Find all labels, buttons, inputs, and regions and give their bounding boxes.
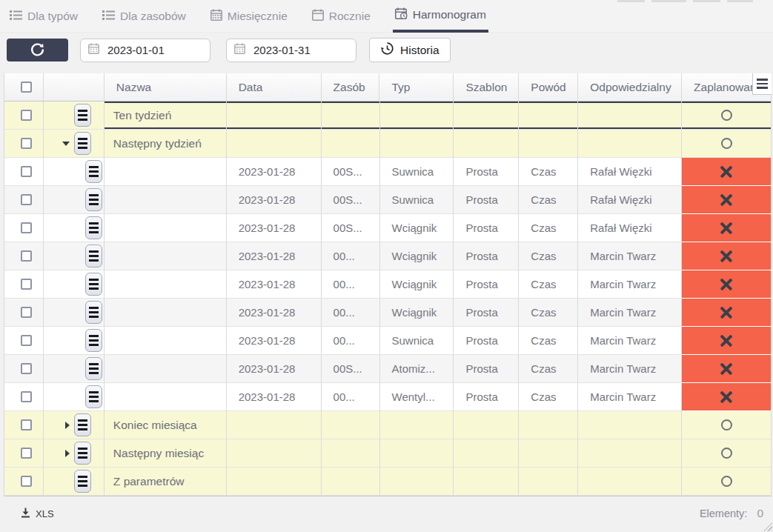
cell-nazwa [104, 158, 227, 186]
header-powod[interactable]: Powód [519, 73, 578, 102]
refresh-button[interactable] [7, 39, 68, 61]
hamburger-icon [89, 203, 99, 206]
cell-odpowiedzialny: Marcin Twarz [578, 242, 682, 270]
cell-zaplanowane [682, 270, 772, 299]
column-menu-button[interactable] [752, 73, 772, 95]
cancelled-x-icon [719, 362, 734, 376]
group-row[interactable]: Koniec miesiąca [4, 411, 772, 439]
cell-typ: Wciągnik [380, 242, 454, 270]
row-checkbox[interactable] [21, 307, 32, 318]
cell-typ: Wciągnik [380, 214, 454, 242]
row-menu-button[interactable] [85, 301, 102, 324]
hamburger-icon [89, 339, 99, 342]
stub-button[interactable] [693, 0, 720, 2]
data-row[interactable]: 2023-01-2800...SuwnicaProstaCzasMarcin T… [4, 327, 772, 355]
row-menu-button[interactable] [85, 216, 102, 239]
cell-odpowiedzialny: Rafał Więzki [578, 214, 682, 242]
cell-nazwa [104, 327, 227, 355]
row-select-cell [4, 383, 44, 411]
group-row[interactable]: Ten tydzień [4, 102, 772, 130]
not-planned-circle-icon [721, 138, 732, 149]
tab-dla-typow[interactable]: Dla typów [7, 0, 80, 33]
row-menu-button[interactable] [85, 188, 102, 211]
stub-button[interactable] [617, 0, 645, 2]
row-menu-button[interactable] [85, 273, 102, 296]
cell-powod: Czas [519, 186, 578, 214]
export-xls-label: XLS [36, 508, 54, 519]
data-row[interactable]: 2023-01-2800...WciągnikProstaCzasMarcin … [4, 299, 772, 327]
cell-zasob: 00... [322, 299, 380, 327]
tab-label: Dla typów [27, 10, 78, 23]
group-row[interactable]: Z parametrów [4, 468, 772, 496]
row-checkbox[interactable] [21, 476, 32, 487]
row-menu-button[interactable] [74, 132, 91, 155]
hamburger-icon [89, 344, 99, 347]
collapse-group-icon[interactable] [62, 142, 70, 146]
data-row[interactable]: 2023-01-2800...WciągnikProstaCzasMarcin … [4, 242, 772, 270]
header-typ[interactable]: Typ [379, 73, 454, 102]
row-menu-button[interactable] [74, 470, 91, 493]
date-to-field[interactable] [226, 39, 356, 62]
data-row[interactable]: 2023-01-2800S...SuwnicaProstaCzasRafał W… [4, 158, 772, 186]
row-checkbox[interactable] [21, 250, 32, 262]
row-select-cell [4, 327, 44, 355]
data-row[interactable]: 2023-01-2800S...SuwnicaProstaCzasRafał W… [4, 186, 772, 214]
row-menu-button[interactable] [85, 160, 102, 183]
row-menu-button[interactable] [74, 413, 91, 436]
data-row[interactable]: 2023-01-2800...WciągnikProstaCzasMarcin … [4, 270, 772, 299]
data-row[interactable]: 2023-01-2800...Wentyl...ProstaCzasMarcin… [4, 383, 772, 411]
tab-miesiecznie[interactable]: Miesięcznie [208, 0, 290, 33]
download-icon [21, 508, 30, 520]
row-menu-button[interactable] [85, 385, 102, 408]
not-planned-circle-icon [721, 448, 732, 459]
row-menu-button[interactable] [74, 104, 91, 127]
row-checkbox[interactable] [21, 222, 32, 233]
tab-dla-zasobow[interactable]: Dla zasobów [100, 0, 188, 33]
history-button[interactable]: Historia [369, 38, 451, 62]
row-menu-button[interactable] [85, 329, 102, 352]
cell-zasob [322, 130, 380, 158]
expand-group-icon[interactable] [65, 450, 70, 457]
date-from-input[interactable] [107, 44, 202, 56]
cell-szablon: Prosta [454, 327, 519, 355]
expand-group-icon[interactable] [65, 422, 70, 429]
group-row[interactable]: Następny miesiąc [4, 439, 772, 468]
header-zasob[interactable]: Zasób [322, 73, 380, 102]
row-menu-button[interactable] [85, 357, 102, 380]
header-odpowiedzialny[interactable]: Odpowiedzialny [578, 73, 682, 102]
row-checkbox[interactable] [21, 419, 32, 430]
hamburger-icon [89, 391, 99, 394]
row-checkbox[interactable] [21, 110, 32, 121]
row-checkbox[interactable] [21, 166, 32, 177]
hamburger-icon [78, 456, 87, 459]
data-row[interactable]: 2023-01-2800S...Atomiz...ProstaCzasMarci… [4, 355, 772, 383]
resize-grip[interactable] [763, 522, 772, 531]
tab-harmonogram[interactable]: Harmonogram [393, 0, 488, 33]
calendar-year-icon [312, 9, 324, 24]
row-menu-button[interactable] [85, 245, 102, 267]
hamburger-icon [78, 419, 87, 422]
row-checkbox[interactable] [21, 363, 32, 374]
cancelled-x-icon [719, 193, 734, 207]
row-tree-cell [44, 383, 104, 411]
date-to-input[interactable] [253, 44, 348, 56]
row-checkbox[interactable] [21, 279, 32, 290]
row-checkbox[interactable] [21, 138, 32, 149]
export-xls-button[interactable]: XLS [21, 508, 54, 520]
header-data[interactable]: Data [227, 73, 322, 102]
row-checkbox[interactable] [21, 391, 32, 402]
select-all-checkbox[interactable] [21, 82, 32, 93]
data-row[interactable]: 2023-01-2800S...WciągnikProstaCzasRafał … [4, 214, 772, 242]
row-checkbox[interactable] [21, 448, 32, 459]
row-checkbox[interactable] [21, 335, 32, 346]
date-from-field[interactable] [80, 39, 210, 62]
stub-button[interactable] [651, 0, 686, 2]
row-menu-button[interactable] [74, 442, 91, 465]
group-row[interactable]: Następny tydzień [4, 130, 772, 158]
hamburger-icon [89, 335, 99, 338]
tab-rocznie[interactable]: Rocznie [310, 0, 373, 33]
header-szablon[interactable]: Szablon [454, 73, 519, 102]
stub-button[interactable] [727, 0, 753, 2]
header-nazwa[interactable]: Nazwa [104, 73, 227, 102]
row-checkbox[interactable] [21, 194, 32, 205]
